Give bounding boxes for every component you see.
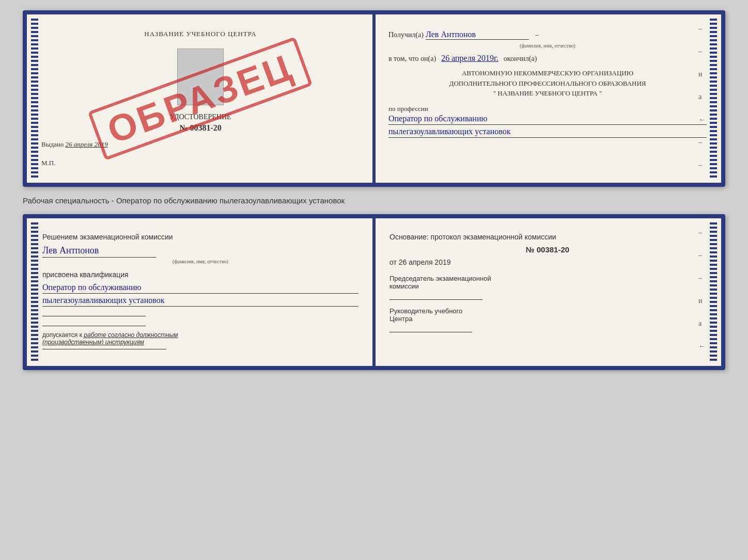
- director-label: Руководитель учебного: [389, 307, 706, 315]
- protocol-date-prefix: от: [389, 258, 397, 266]
- org-line3: " НАЗВАНИЕ УЧЕБНОГО ЦЕНТРА ": [388, 88, 707, 99]
- org-line2: ДОПОЛНИТЕЛЬНОГО ПРОФЕССИОНАЛЬНОГО ОБРАЗО…: [388, 78, 707, 89]
- director-section: Руководитель учебного Центра: [389, 307, 706, 332]
- chairman-section: Председатель экзаменационной комиссии: [389, 275, 706, 300]
- completed-line: в том, что он(а) 26 апреля 2019г. окончи…: [388, 54, 707, 63]
- chairman-signature-line: [389, 299, 482, 300]
- cert-label: УДОСТОВЕРЕНИЕ: [41, 113, 360, 121]
- signature-line-3: [42, 349, 166, 349]
- cert-issued: Выдано 26 апреля 2019: [41, 140, 360, 149]
- received-line: Получил(а) Лев Антпонов –: [388, 30, 707, 40]
- signature-line-1: [42, 316, 146, 316]
- basis-label: Основание: протокол экзаменационной коми…: [389, 233, 706, 241]
- protocol-date-line: от 26 апреля 2019: [389, 258, 706, 266]
- chairman-label2: комиссии: [389, 282, 706, 290]
- profession-line2: пылегазоулавливающих установок: [388, 127, 707, 138]
- completed-suffix: окончил(а): [504, 55, 537, 63]
- school-name-top: НАЗВАНИЕ УЧЕБНОГО ЦЕНТРА: [41, 30, 360, 38]
- director-signature-line: [389, 332, 472, 332]
- allowed-prefix: допускается к: [42, 331, 82, 339]
- person-name: Лев Антпонов: [42, 245, 99, 255]
- decision-label: Решением экзаменационной комиссии: [42, 233, 359, 241]
- assigned-label: присвоена квалификация: [42, 270, 359, 279]
- bottom-right-page: Основание: протокол экзаменационной коми…: [374, 218, 721, 366]
- right-margin-dashes: – – и а ← – –: [698, 25, 706, 169]
- allowed-text2: (производственным) инструкциям: [42, 339, 144, 346]
- received-label: Получил(а): [388, 31, 424, 39]
- bottom-left-page: Решением экзаменационной комиссии Лев Ан…: [27, 218, 374, 366]
- top-right-page: Получил(а) Лев Антпонов – (фамилия, имя,…: [374, 14, 721, 183]
- separator-text: Рабочая специальность - Оператор по обсл…: [23, 196, 725, 205]
- fio-label-top: (фамилия, имя, отчество): [388, 43, 707, 49]
- qualification-line2: пылегазоулавливающих установок: [42, 296, 359, 307]
- protocol-number: № 00381-20: [389, 245, 706, 254]
- director-label2: Центра: [389, 315, 706, 323]
- protocol-date: 26 апреля 2019: [399, 258, 451, 266]
- bottom-document-spread: Решением экзаменационной комиссии Лев Ан…: [23, 214, 725, 370]
- profession-label: по профессии: [388, 105, 707, 113]
- top-left-page: НАЗВАНИЕ УЧЕБНОГО ЦЕНТРА УДОСТОВЕРЕНИЕ №…: [27, 14, 374, 183]
- issued-label: Выдано: [41, 140, 64, 148]
- fio-label-bottom: (фамилия, имя, отчество): [42, 259, 359, 264]
- completed-date: 26 апреля 2019г.: [441, 54, 498, 63]
- org-block: АВТОНОМНУЮ НЕКОММЕРЧЕСКУЮ ОРГАНИЗАЦИЮ ДО…: [388, 68, 707, 99]
- basis-section: Основание: протокол экзаменационной коми…: [389, 233, 706, 332]
- qualification-line1: Оператор по обслуживанию: [42, 283, 359, 294]
- top-document-spread: НАЗВАНИЕ УЧЕБНОГО ЦЕНТРА УДОСТОВЕРЕНИЕ №…: [23, 10, 725, 187]
- photo-placeholder: [177, 49, 224, 105]
- completed-prefix: в том, что он(а): [388, 55, 436, 63]
- profession-line1: Оператор по обслуживанию: [388, 114, 707, 125]
- mp-label: М.П.: [41, 159, 360, 167]
- cert-header: НАЗВАНИЕ УЧЕБНОГО ЦЕНТРА: [41, 30, 360, 38]
- received-name: Лев Антпонов: [426, 30, 529, 40]
- bottom-right-margin-dashes: – – – и а ← – –: [698, 229, 706, 370]
- cert-number: № 00381-20: [41, 123, 360, 133]
- org-line1: АВТОНОМНУЮ НЕКОММЕРЧЕСКУЮ ОРГАНИЗАЦИЮ: [388, 68, 707, 78]
- issued-date: 26 апреля 2019: [66, 140, 108, 148]
- signature-line-2: [42, 326, 146, 326]
- allowed-text-block: допускается к работе согласно должностны…: [42, 331, 359, 346]
- allowed-text: работе согласно должностным: [84, 331, 178, 339]
- chairman-label: Председатель экзаменационной: [389, 275, 706, 282]
